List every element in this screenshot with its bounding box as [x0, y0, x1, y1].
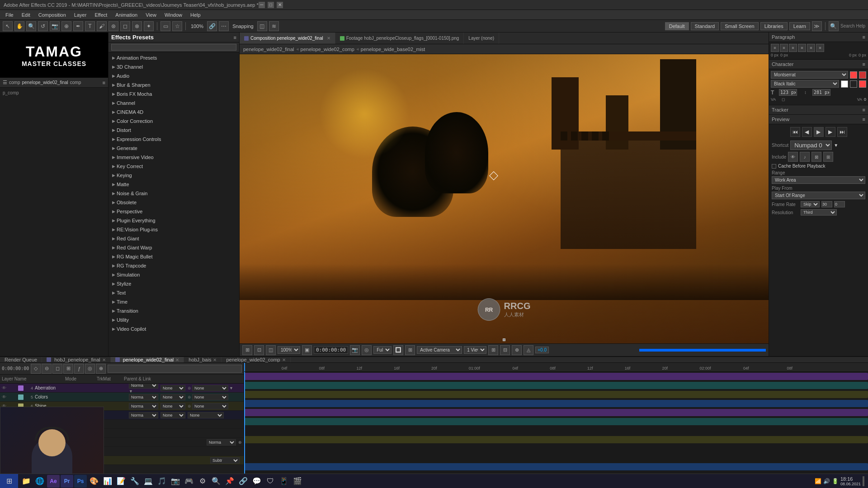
menu-layer[interactable]: Layer: [71, 11, 90, 19]
font-size-input[interactable]: [779, 89, 797, 96]
toggle-safe-zones[interactable]: ⊟: [500, 345, 510, 355]
taskbar-ae[interactable]: Ae: [47, 475, 60, 488]
workspace-standard[interactable]: Standard: [691, 22, 719, 30]
effect-video-copilot[interactable]: ▶ Video Copilot: [108, 324, 239, 333]
effect-text[interactable]: ▶ Text: [108, 288, 239, 297]
effect-perspective[interactable]: ▶ Perspective: [108, 207, 239, 216]
minimize-button[interactable]: ─: [259, 2, 265, 8]
effect-plugin-everything[interactable]: ▶ Plugin Everything: [108, 216, 239, 225]
mode-select[interactable]: Norma: [207, 439, 236, 446]
taskbar-misc-4[interactable]: 💻: [142, 475, 155, 488]
effect-generate[interactable]: ▶ Generate: [108, 144, 239, 153]
taskbar-misc-11[interactable]: 🔗: [237, 475, 250, 488]
include-audio[interactable]: ♪: [800, 152, 810, 162]
tab-composition-main[interactable]: Composition penelope_wide02_final ✕: [240, 33, 335, 44]
hand-tool[interactable]: ✋: [14, 21, 24, 31]
quality-select[interactable]: Full Half Third Quarter: [373, 346, 392, 354]
show-desktop-icon[interactable]: [863, 476, 864, 486]
effect-rg-trapcode[interactable]: ▶ RG Trapcode: [108, 261, 239, 270]
tab-footage[interactable]: Footage hobJ_penelopeCloseup_flags_[0001…: [335, 33, 464, 44]
trkmat-select[interactable]: None: [160, 394, 185, 400]
style-color-red[interactable]: [859, 80, 866, 88]
effect-animation-presets[interactable]: ▶ Animation Presets: [108, 53, 239, 62]
tab-close-icon[interactable]: ✕: [327, 36, 330, 41]
start-button[interactable]: ⊞: [0, 474, 18, 488]
effect-revision-plugins[interactable]: ▶ RE:Vision Plug-ins: [108, 225, 239, 234]
include-overdrive[interactable]: ⊠: [811, 152, 821, 162]
tl-tab-close[interactable]: ✕: [102, 357, 106, 362]
font-size-input-2[interactable]: [812, 89, 830, 96]
include-video[interactable]: 👁: [788, 152, 798, 162]
shape-rect[interactable]: ▭: [160, 21, 170, 31]
taskbar-misc-1[interactable]: 📊: [101, 475, 114, 488]
effect-rg-magic-bullet[interactable]: ▶ RG Magic Bullet: [108, 252, 239, 261]
tl-tab-penelope-wide[interactable]: penelope_wide02_final ✕: [111, 357, 184, 362]
effect-matte[interactable]: ▶ Matte: [108, 180, 239, 189]
mode-select[interactable]: Norma: [129, 394, 158, 400]
trkmat-select[interactable]: None: [160, 412, 185, 418]
toggle-pixel-aspect[interactable]: ⊞: [488, 345, 498, 355]
toggle-3d[interactable]: ◫: [266, 345, 276, 355]
panel-menu-btn[interactable]: ≡: [103, 80, 105, 85]
effect-red-giant-warp[interactable]: ▶ Red Giant Warp: [108, 243, 239, 252]
menu-help[interactable]: Help: [187, 11, 204, 19]
effect-audio[interactable]: ▶ Audio: [108, 71, 239, 80]
style-select[interactable]: Black Italic: [771, 80, 839, 88]
camera-tool[interactable]: 📷: [50, 21, 60, 31]
tab-layer[interactable]: Layer (none): [464, 33, 499, 44]
tl-solo[interactable]: ◇: [31, 364, 41, 374]
eraser-tool[interactable]: ◻: [120, 21, 130, 31]
zoom-tool[interactable]: 🔍: [26, 21, 36, 31]
mode-select[interactable]: Norma: [129, 403, 158, 409]
effects-panel-menu[interactable]: ≡: [234, 35, 236, 40]
menu-edit[interactable]: Edit: [18, 11, 34, 19]
timeline-playhead[interactable]: [244, 363, 245, 371]
tl-tab-close[interactable]: ✕: [282, 357, 286, 362]
layer-row-colors[interactable]: 👁 5 Colors Norma None ⊕ None: [0, 393, 244, 402]
menu-view[interactable]: View: [142, 11, 160, 19]
breadcrumb-item-3[interactable]: penelope_wide_base02_mist: [361, 47, 425, 52]
rotate-tool[interactable]: ↺: [38, 21, 48, 31]
motion-blur-toggle[interactable]: ◎: [362, 345, 372, 355]
brush-tool[interactable]: 🖌: [97, 21, 107, 31]
effect-noise-grain[interactable]: ▶ Noise & Grain: [108, 189, 239, 198]
toggle-3d-view[interactable]: ⊕: [512, 345, 522, 355]
reset-exposure[interactable]: ◬: [524, 345, 533, 355]
align-right[interactable]: ≡: [789, 44, 797, 52]
taskbar-misc-8[interactable]: ⚙: [196, 475, 209, 488]
align-justify-all[interactable]: ≡: [816, 44, 824, 52]
taskbar-file-explorer[interactable]: 📁: [20, 475, 33, 488]
align-left[interactable]: ≡: [771, 44, 779, 52]
fit-button[interactable]: ▣: [302, 345, 312, 355]
tl-shy[interactable]: ⊝: [42, 364, 52, 374]
tl-motion-blur[interactable]: ◎: [85, 364, 95, 374]
taskbar-pr[interactable]: Pr: [61, 475, 73, 488]
taskbar-browser[interactable]: 🌐: [33, 475, 46, 488]
preview-first-frame[interactable]: ⏮: [790, 127, 800, 137]
trkmat-select[interactable]: None: [160, 385, 185, 391]
preview-last-frame[interactable]: ⏭: [837, 127, 847, 137]
workspace-default[interactable]: Default: [665, 22, 689, 30]
frame-rate-skip-select[interactable]: Skip: [801, 201, 820, 207]
effect-stylize[interactable]: ▶ Stylize: [108, 279, 239, 288]
taskbar-ps[interactable]: Ps: [74, 475, 87, 488]
stamp-tool[interactable]: ⊛: [108, 21, 118, 31]
zoom-select[interactable]: 100% 50% 200%: [278, 346, 300, 354]
text-tool[interactable]: T: [85, 21, 95, 31]
layers-search-input[interactable]: [108, 365, 242, 373]
taskbar-misc-2[interactable]: 📝: [115, 475, 127, 488]
effect-expression-controls[interactable]: ▶ Expression Controls: [108, 135, 239, 144]
tl-tab-hobj-penelope[interactable]: hobJ_penelope_final ✕: [42, 357, 111, 362]
effect-3d-channel[interactable]: ▶ 3D Channel: [108, 62, 239, 71]
align-justify-last[interactable]: ≡: [807, 44, 815, 52]
taskbar-misc-7[interactable]: 🎮: [183, 475, 195, 488]
frame-rate-value2[interactable]: [834, 201, 845, 207]
taskbar-misc-14[interactable]: 📱: [278, 475, 290, 488]
workspace-small-screen[interactable]: Small Screen: [721, 22, 758, 30]
frame-rate-value[interactable]: [821, 201, 832, 207]
mode-select[interactable]: Subtr: [210, 457, 240, 464]
character-section-title[interactable]: Character ≡: [769, 60, 868, 69]
tl-quality[interactable]: ⊞: [63, 364, 73, 374]
shortcut-select[interactable]: Numpad 0: [790, 141, 832, 150]
menu-composition[interactable]: Composition: [35, 11, 70, 19]
